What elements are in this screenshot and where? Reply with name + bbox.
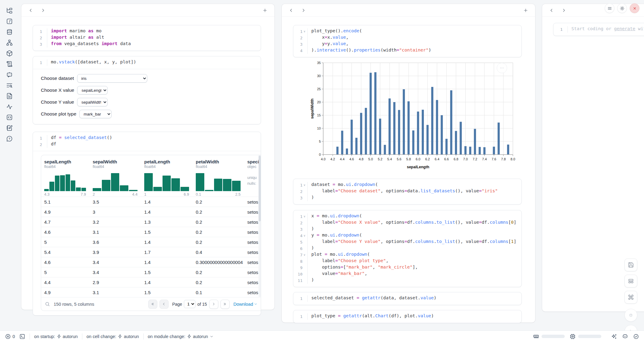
column-header[interactable]: sepalLengthfloat64 [41,155,90,169]
svg-text:5.0: 5.0 [368,157,373,161]
code-line: Start coding or generate with AI. [571,26,644,33]
column-header[interactable]: petalLengthfloat64 [141,155,193,169]
sparkles-ai-icon[interactable] [611,333,617,340]
table-cell: 3.9 [90,250,141,255]
altair-bar-chart[interactable]: 4.04.24.44.64.85.05.25.45.65.86.06.26.46… [310,60,517,171]
code-editor[interactable]: 1 selected_dataset = getattr(data, datas… [293,292,521,305]
code-editor[interactable]: 1∨2 3 4 plot_type().encode( x=x.value, y… [293,25,521,57]
snippets-icon[interactable] [6,114,13,121]
code-editor[interactable]: 1 plot_type = getattr(alt.Chart(df), plo… [293,310,521,323]
chevron-right-icon[interactable] [39,6,47,14]
table-cell: 0.2 [193,230,244,235]
table-cell: 4.9 [41,290,90,295]
dropdown-select[interactable]: iris [77,74,147,83]
documentation-icon[interactable] [6,93,13,99]
dropdown-label: Choose dataset [41,76,74,81]
ai-chat-icon[interactable] [6,71,13,78]
first-page-button[interactable] [148,300,157,309]
add-cell-button[interactable] [261,6,269,14]
code-cell-plot-type: 1 plot_type = getattr(alt.Chart(df), plo… [293,310,522,323]
chart-options-button[interactable] [497,63,507,73]
check-circle-icon[interactable] [633,333,639,340]
last-page-button[interactable] [220,300,230,309]
command-palette-button[interactable] [624,291,637,304]
save-button[interactable] [624,258,637,271]
next-page-button[interactable] [209,300,218,309]
table-cell: 5 [41,270,90,275]
fold-chevron-icon [42,135,46,141]
fold-chevron-icon[interactable]: ∨ [302,252,306,258]
dropdown-select[interactable]: sepalWidth [77,98,108,106]
table-scrollbar-thumb[interactable] [259,156,261,221]
svg-text:7.4: 7.4 [482,157,487,161]
fold-chevron-icon [42,41,46,48]
on-startup-setting[interactable]: on startup: autorun [34,334,78,339]
code-editor-placeholder[interactable]: 1 Start coding or generate with AI. [553,23,644,36]
cpu-icon [570,333,576,340]
notebook-panel-middle: 1∨2 3 4 plot_type().encode( x=x.value, y… [282,4,535,322]
fold-chevron-icon[interactable]: ∨ [302,213,306,220]
scratchpad-icon[interactable] [6,82,13,89]
table-cell: setos [244,209,261,215]
chevron-right-icon[interactable] [299,6,307,14]
table-cell: 3.4 [90,260,141,265]
download-link[interactable]: Download [234,302,258,307]
dropdown-control-row: Choose X valuesepalLength [41,86,255,94]
line-number: 4∨ [296,233,306,239]
code-editor[interactable]: 1∨2 3 dataset = mo.ui.dropdown( label="C… [293,179,521,204]
close-button[interactable] [630,3,639,13]
line-number: 8 [296,258,306,265]
table-cell: 0.2 [193,209,244,215]
layout-button[interactable] [624,275,637,287]
code-editor[interactable]: 1 2 df = selected_dataset()df [33,132,261,151]
chevron-right-icon[interactable] [560,6,568,14]
prev-page-button[interactable] [159,300,169,309]
on-cell-change-setting[interactable]: on cell change: autorun [87,334,139,339]
line-number: 1 [36,59,46,66]
column-header[interactable]: sepalWidthfloat64 [90,155,141,169]
line-number: 3 [36,41,46,48]
database-icon[interactable] [6,29,13,35]
add-cell-button[interactable] [522,6,530,14]
error-circle-icon[interactable] [5,333,11,340]
column-header[interactable]: petalWidthfloat64 [193,155,244,169]
chevron-left-icon[interactable] [548,6,556,14]
table-cell: 4.6 [41,230,90,235]
table-cell: 1.5 [141,230,193,235]
search-icon[interactable] [45,301,50,307]
table-footer: 150 rows, 5 columns Page 1 of 15 Downloa… [41,297,261,311]
dropdown-select[interactable]: sepalLength [77,86,108,94]
menu-button[interactable] [605,3,614,13]
fold-chevron-icon[interactable]: ∨ [302,182,306,188]
column-header[interactable]: speciobjec [244,155,261,169]
fold-chevron-icon [302,271,306,277]
terminal-icon[interactable] [19,333,25,340]
column-histogram: 4.37.9 [41,169,90,197]
logs-icon[interactable] [6,61,13,67]
code-editor[interactable]: 1∨2 3 4∨5 6 7∨8 9 10 11 x = mo.ui.dropdo… [293,210,521,287]
stop-button[interactable] [624,309,637,322]
fold-chevron-icon[interactable]: ∨ [302,233,306,239]
help-icon[interactable]: ? [6,135,13,142]
dropdown-select[interactable]: mark_bar [79,110,112,118]
dependency-graph-icon[interactable] [6,39,13,46]
tracing-icon[interactable] [6,103,13,110]
svg-text:8.0: 8.0 [510,157,515,161]
code-editor[interactable]: 1 2 3 import marimo as moimport altair a… [33,25,261,51]
on-module-change-setting[interactable]: on module change: autorun [148,334,214,339]
chevron-left-icon[interactable] [27,6,35,14]
code-line: ) [311,245,516,252]
table-cell: setos [244,270,261,275]
packages-icon[interactable] [6,50,13,57]
copilot-icon[interactable] [622,333,628,340]
file-tree-icon[interactable] [6,7,13,14]
page-select[interactable]: 1 [184,300,195,308]
table-cell: 3.1 [90,230,141,235]
settings-gear-button[interactable] [617,3,627,13]
fold-chevron-icon[interactable]: ∨ [302,28,306,35]
notebook-icon[interactable] [6,125,13,131]
chevron-left-icon[interactable] [287,6,295,14]
code-line: ).interactive().properties(width="contai… [311,48,431,54]
functions-icon[interactable]: f [6,18,13,25]
code-editor[interactable]: 1 mo.vstack([dataset, x, y, plot]) [33,56,261,69]
